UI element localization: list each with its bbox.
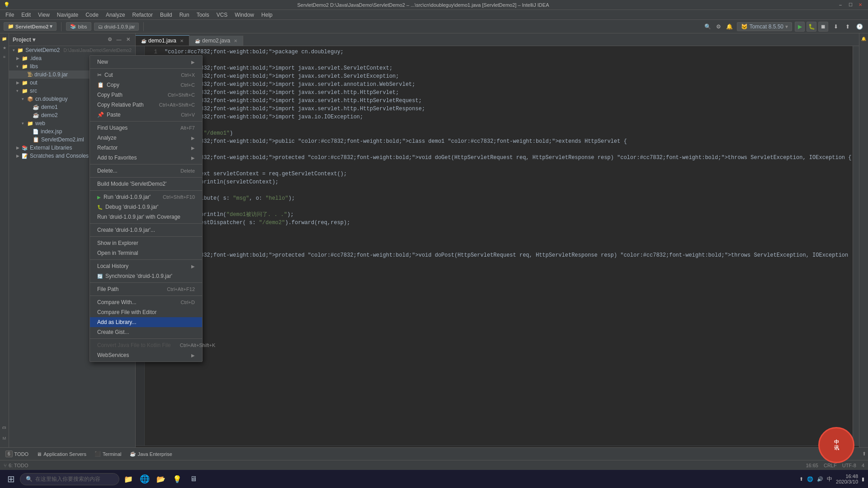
expand-bottom-icon[interactable]: ⬆ xyxy=(862,451,866,457)
notifications-right-icon[interactable]: 🔔 xyxy=(860,35,868,42)
encoding-label[interactable]: UTF-8 xyxy=(842,463,856,468)
ctx-copy[interactable]: 📋 Copy Ctrl+C xyxy=(90,80,202,90)
bookmark-icon[interactable]: ★ xyxy=(1,44,8,52)
taskbar-volume-icon[interactable]: 🔊 xyxy=(817,476,823,482)
ctx-show-explorer[interactable]: Show in Explorer xyxy=(90,238,202,248)
menu-edit[interactable]: Edit xyxy=(18,11,34,19)
ctx-debug[interactable]: 🐛 Debug 'druid-1.0.9.jar' xyxy=(90,202,202,212)
run-button[interactable]: ▶ xyxy=(795,22,805,32)
close-button[interactable]: ✕ xyxy=(856,1,864,9)
ctx-copy-path[interactable]: Copy Path Ctrl+Shift+C xyxy=(90,90,202,100)
maximize-button[interactable]: ☐ xyxy=(846,1,854,9)
taskbar-chrome[interactable]: 🌐 xyxy=(137,472,152,486)
project-icon[interactable]: 📁 xyxy=(1,35,8,42)
menu-window[interactable]: Window xyxy=(231,11,258,19)
ctx-copy-relative-path[interactable]: Copy Relative Path Ctrl+Alt+Shift+C xyxy=(90,100,202,110)
git-update-btn[interactable]: ⬇ xyxy=(831,22,841,32)
menu-run[interactable]: Run xyxy=(176,11,193,19)
menu-tools[interactable]: Tools xyxy=(193,11,213,19)
git-history-btn[interactable]: 🕐 xyxy=(854,22,864,32)
menu-vcs[interactable]: VCS xyxy=(213,11,231,19)
ctx-cut[interactable]: ✂ Cut Ctrl+X xyxy=(90,70,202,80)
tab-todo[interactable]: 6 TODO xyxy=(2,450,32,458)
taskbar-explorer2[interactable]: 📂 xyxy=(154,472,168,486)
ctx-analyze[interactable]: Analyze ▶ xyxy=(90,133,202,143)
tab-application-servers[interactable]: 🖥 Application Servers xyxy=(33,450,90,458)
menu-code[interactable]: Code xyxy=(82,11,102,19)
tree-item-servletdemo2[interactable]: ▾ 📁 ServietDemo2 D:\Java\JavaDemo\Servle… xyxy=(9,46,135,54)
menu-navigate[interactable]: Navigate xyxy=(53,11,82,19)
druid-btn[interactable]: 🗂 druid-1.0.9.jar xyxy=(94,23,139,31)
taskbar-file-explorer[interactable]: 📁 xyxy=(121,472,136,486)
menu-file[interactable]: File xyxy=(2,11,18,19)
ctx-local-history[interactable]: Local History ▶ xyxy=(90,261,202,271)
menu-analyze[interactable]: Analyze xyxy=(102,11,129,19)
ctx-compare-with[interactable]: Compare With... Ctrl+D xyxy=(90,297,202,307)
close-tab-icon[interactable]: ✕ xyxy=(180,38,184,43)
taskbar-search-bar[interactable]: 🔍 在这里输入你要搜索的内容 xyxy=(20,473,119,485)
expand-arrow: ▶ xyxy=(16,56,20,61)
ctx-add-to-favorites[interactable]: Add to Favorites ▶ xyxy=(90,153,202,163)
search-everywhere-btn[interactable]: 🔍 xyxy=(703,22,712,31)
close-tab-icon[interactable]: ✕ xyxy=(234,38,237,43)
editor-wrapper: 1"color:#cc7832;font-weight:bold;">packa… xyxy=(136,46,859,446)
ctx-run-coverage[interactable]: Run 'druid-1.0.9.jar' with Coverage xyxy=(90,212,202,222)
git-status[interactable]: ⑂ 6: TODO xyxy=(4,463,28,468)
stop-button[interactable]: ⏹ xyxy=(818,22,828,32)
ctx-run[interactable]: ▶ Run 'druid-1.0.9.jar' Ctrl+Shift+F10 xyxy=(90,192,202,202)
menu-refactor[interactable]: Refactor xyxy=(129,11,156,19)
tab-demo1-java[interactable]: ☕ demo1.java ✕ xyxy=(136,35,189,46)
structure-icon[interactable]: ≡ xyxy=(1,53,8,61)
folder-icon: 📚 xyxy=(22,145,28,151)
ctx-file-path[interactable]: File Path Ctrl+Alt+F12 xyxy=(90,284,202,294)
taskbar-ime[interactable]: 中 xyxy=(827,475,832,483)
run-config-selector[interactable]: 🐱 Tomcat 8.5.50 ▾ xyxy=(737,22,792,31)
ctx-build-module[interactable]: Build Module 'ServletDemo2' xyxy=(90,179,202,189)
ctx-compare-file-editor[interactable]: Compare File with Editor xyxy=(90,307,202,317)
maven-icon[interactable]: M xyxy=(1,435,8,442)
ctx-refactor[interactable]: Refactor ▶ xyxy=(90,143,202,153)
tab-java-enterprise[interactable]: ☕ Java Enterprise xyxy=(126,450,176,458)
menu-build[interactable]: Build xyxy=(156,11,176,19)
settings-btn[interactable]: ⚙ xyxy=(714,22,723,31)
chevron-up-icon[interactable]: — xyxy=(115,36,123,43)
debug-button[interactable]: 🐛 xyxy=(807,22,816,32)
tab-demo2-java[interactable]: ☕ demo2.java ✕ xyxy=(189,36,243,46)
git-push-btn[interactable]: ⬆ xyxy=(843,22,853,32)
libs-btn[interactable]: 📚 bibs xyxy=(66,22,91,31)
minimize-button[interactable]: – xyxy=(836,1,844,9)
project-dropdown[interactable]: 📁 ServietDemo2 ▾ xyxy=(4,22,57,31)
ctx-create[interactable]: Create 'druid-1.0.9.jar'... xyxy=(90,225,202,235)
indent-label[interactable]: 4 xyxy=(862,463,864,468)
ctx-create-gist[interactable]: Create Gist... xyxy=(90,327,202,337)
tree-label: demo1 xyxy=(41,104,58,110)
database-icon[interactable]: 🗃 xyxy=(1,424,8,431)
crlf-label[interactable]: CRLF xyxy=(824,463,837,468)
ctx-synchronize[interactable]: 🔄 Synchronize 'druid-1.0.9.jar' xyxy=(90,271,202,281)
ctx-add-as-library[interactable]: Add as Library... xyxy=(90,317,202,327)
tab-terminal[interactable]: ⬛ Terminal xyxy=(91,450,125,458)
menu-help[interactable]: Help xyxy=(258,11,276,19)
tab-todo-label: TODO xyxy=(14,451,29,457)
ctx-delete[interactable]: Delete... Delete xyxy=(90,166,202,176)
ctx-webservices[interactable]: WebServices ▶ xyxy=(90,350,202,360)
close-panel-icon[interactable]: ✕ xyxy=(124,36,132,43)
code-line: 8"color:#cc7832;font-weight:bold;">impor… xyxy=(145,105,853,113)
ctx-paste[interactable]: 📌 Paste Ctrl+V xyxy=(90,110,202,120)
start-button[interactable]: ⊞ xyxy=(4,472,18,486)
menu-view[interactable]: View xyxy=(34,11,53,19)
notifications-btn[interactable]: 🔔 xyxy=(725,22,734,31)
taskbar-idea[interactable]: 💡 xyxy=(170,472,184,486)
gear-icon[interactable]: ⚙ xyxy=(106,36,113,43)
editor-content[interactable]: 1"color:#cc7832;font-weight:bold;">packa… xyxy=(145,46,853,446)
ctx-open-terminal[interactable]: Open in Terminal xyxy=(90,248,202,258)
ctx-shortcut: Ctrl+V xyxy=(181,112,195,117)
taskbar-show-desktop[interactable]: ▮ xyxy=(862,476,864,482)
taskbar-app5[interactable]: 🖥 xyxy=(186,472,201,486)
position-label[interactable]: 16:65 xyxy=(806,463,818,468)
sync-icon: 🔄 xyxy=(97,274,103,279)
taskbar-notification-icon[interactable]: ⬆ xyxy=(799,476,803,482)
taskbar-network-icon[interactable]: 🌐 xyxy=(807,476,813,482)
ctx-find-usages[interactable]: Find Usages Alt+F7 xyxy=(90,123,202,133)
ctx-new[interactable]: New ▶ xyxy=(90,57,202,67)
